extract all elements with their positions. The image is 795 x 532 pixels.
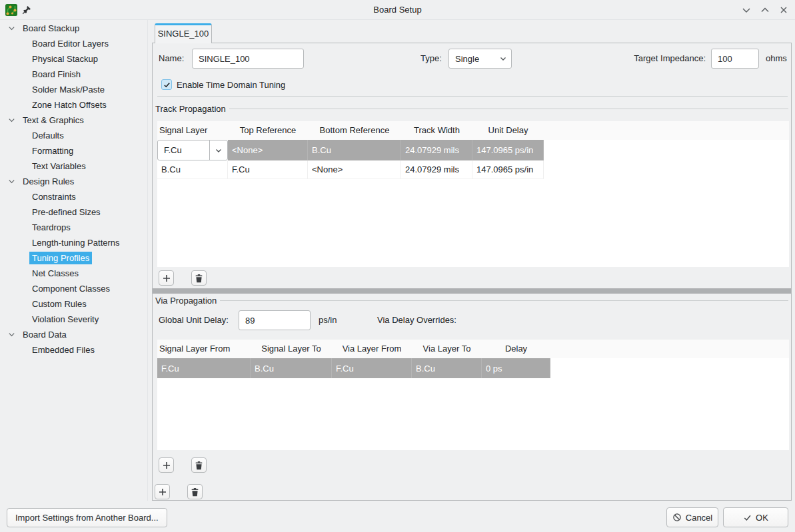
close-button[interactable] bbox=[778, 5, 789, 15]
tab-single-100[interactable]: SINGLE_100 bbox=[155, 23, 212, 43]
tree-item-pre-defined-sizes[interactable]: Pre-defined Sizes bbox=[0, 204, 147, 220]
signal-layer-dropdown[interactable]: F.Cu bbox=[157, 140, 228, 160]
profile-add-button[interactable] bbox=[155, 484, 170, 499]
table-cell[interactable]: 24.07929 mils bbox=[401, 140, 472, 160]
table-cell[interactable]: B.Cu bbox=[412, 358, 482, 378]
table-cell[interactable]: 0 ps bbox=[482, 358, 550, 378]
tree-item-custom-rules[interactable]: Custom Rules bbox=[0, 296, 147, 312]
tree-section-design-rules[interactable]: Design Rules bbox=[0, 174, 147, 189]
splitter-sash[interactable] bbox=[153, 288, 791, 294]
via-delay-overrides-label: Via Delay Overrides: bbox=[377, 310, 456, 330]
ok-checkmark-icon bbox=[743, 513, 752, 522]
name-input[interactable] bbox=[192, 49, 304, 69]
tree-section-board-stackup[interactable]: Board Stackup bbox=[0, 21, 147, 36]
plus-icon bbox=[162, 461, 171, 470]
ok-button[interactable]: OK bbox=[723, 507, 788, 527]
tree-item-solder-mask-paste[interactable]: Solder Mask/Paste bbox=[0, 82, 147, 97]
column-header: Signal Layer To bbox=[251, 340, 332, 358]
table-cell[interactable]: B.Cu bbox=[251, 358, 332, 378]
table-cell[interactable]: <None> bbox=[308, 160, 401, 179]
column-header: Unit Delay bbox=[472, 121, 544, 140]
table-cell[interactable]: F.Cu bbox=[332, 358, 412, 378]
tree-section-board-data[interactable]: Board Data bbox=[0, 327, 147, 342]
tree-item-component-classes[interactable]: Component Classes bbox=[0, 281, 147, 296]
chevron-down-icon bbox=[495, 55, 511, 63]
table-cell[interactable]: F.Cu bbox=[157, 358, 251, 378]
maximize-button[interactable] bbox=[760, 5, 770, 15]
chevron-down-icon[interactable] bbox=[7, 177, 16, 186]
via-delete-row-button[interactable] bbox=[191, 457, 207, 473]
tree-item-physical-stackup[interactable]: Physical Stackup bbox=[0, 51, 147, 67]
groupbox-line bbox=[229, 109, 788, 109]
global-unit-delay-input[interactable] bbox=[239, 310, 311, 330]
type-label: Type: bbox=[420, 49, 442, 69]
chevron-down-icon[interactable] bbox=[7, 24, 16, 33]
checkmark-icon bbox=[163, 81, 171, 89]
enable-time-domain-tuning-checkbox[interactable] bbox=[161, 79, 172, 90]
chevron-down-icon[interactable] bbox=[7, 330, 16, 340]
track-table-header: Signal Layer Top Reference Bottom Refere… bbox=[157, 121, 789, 140]
cancel-button[interactable]: Cancel bbox=[666, 507, 718, 527]
via-propagation-group: Via Propagation bbox=[155, 295, 788, 306]
column-header: Via Layer From bbox=[332, 340, 412, 358]
target-impedance-unit: ohms bbox=[766, 49, 787, 69]
profile-delete-button[interactable] bbox=[187, 484, 203, 499]
chevron-down-icon bbox=[209, 140, 227, 160]
column-header: Signal Layer bbox=[157, 121, 228, 140]
table-cell[interactable]: 24.07929 mils bbox=[401, 160, 472, 179]
plus-icon bbox=[158, 487, 167, 497]
import-settings-button[interactable]: Import Settings from Another Board... bbox=[7, 508, 167, 527]
tree-item-zone-hatch-offsets[interactable]: Zone Hatch Offsets bbox=[0, 97, 147, 113]
target-impedance-input[interactable] bbox=[711, 49, 759, 69]
name-label: Name: bbox=[159, 49, 184, 69]
column-header: Track Width bbox=[401, 121, 472, 140]
tree-section-text-graphics[interactable]: Text & Graphics bbox=[0, 113, 147, 128]
groupbox-line bbox=[220, 300, 788, 301]
minimize-button[interactable] bbox=[741, 5, 752, 15]
table-cell[interactable]: B.Cu bbox=[308, 140, 401, 160]
column-header: Signal Layer From bbox=[157, 340, 251, 358]
tree-item-text-variables[interactable]: Text Variables bbox=[0, 158, 147, 174]
track-delete-row-button[interactable] bbox=[191, 270, 207, 286]
type-dropdown-value: Single bbox=[449, 54, 495, 64]
chevron-down-icon[interactable] bbox=[7, 116, 16, 125]
tree-item-embedded-files[interactable]: Embedded Files bbox=[0, 342, 147, 358]
table-cell[interactable]: 147.0965 ps/in bbox=[472, 140, 544, 160]
table-cell[interactable]: <None> bbox=[228, 140, 308, 160]
tree-item-net-classes[interactable]: Net Classes bbox=[0, 266, 147, 281]
settings-tree: Board Stackup Board Editor Layers Physic… bbox=[0, 20, 148, 501]
tree-item-defaults[interactable]: Defaults bbox=[0, 128, 147, 143]
window-title: Board Setup bbox=[0, 0, 795, 20]
tree-item-teardrops[interactable]: Teardrops bbox=[0, 220, 147, 235]
column-header: Via Layer To bbox=[412, 340, 482, 358]
track-add-row-button[interactable] bbox=[159, 270, 174, 286]
via-add-row-button[interactable] bbox=[159, 457, 174, 473]
global-unit-delay-label: Global Unit Delay: bbox=[159, 310, 229, 330]
dialog-footer: Import Settings from Another Board... Ca… bbox=[0, 501, 795, 532]
table-cell[interactable]: F.Cu bbox=[228, 160, 308, 179]
separator bbox=[157, 96, 788, 97]
track-propagation-group: Track Propagation bbox=[155, 103, 788, 114]
via-delay-overrides-table: Signal Layer From Signal Layer To Via La… bbox=[157, 340, 789, 450]
tree-item-constraints[interactable]: Constraints bbox=[0, 189, 147, 204]
track-propagation-table: Signal Layer Top Reference Bottom Refere… bbox=[157, 121, 789, 267]
trash-icon bbox=[195, 274, 203, 283]
table-row: F.Cu <None> B.Cu 24.07929 mils 147.0965 … bbox=[157, 140, 789, 160]
tree-item-board-editor-layers[interactable]: Board Editor Layers bbox=[0, 36, 147, 51]
table-row: F.Cu B.Cu F.Cu B.Cu 0 ps bbox=[157, 358, 789, 378]
tree-item-tuning-profiles[interactable]: Tuning Profiles bbox=[0, 250, 147, 266]
tab-label: SINGLE_100 bbox=[158, 29, 209, 39]
cancel-icon bbox=[672, 513, 682, 522]
column-header: Bottom Reference bbox=[308, 121, 401, 140]
track-propagation-title: Track Propagation bbox=[155, 104, 226, 114]
tree-item-violation-severity[interactable]: Violation Severity bbox=[0, 312, 147, 327]
column-header: Delay bbox=[482, 340, 550, 358]
type-dropdown[interactable]: Single bbox=[448, 49, 512, 69]
trash-icon bbox=[195, 461, 203, 470]
table-cell[interactable]: B.Cu bbox=[157, 160, 228, 179]
tree-item-length-tuning-patterns[interactable]: Length-tuning Patterns bbox=[0, 235, 147, 250]
tree-item-formatting[interactable]: Formatting bbox=[0, 143, 147, 158]
global-unit-delay-unit: ps/in bbox=[319, 310, 337, 330]
tree-item-board-finish[interactable]: Board Finish bbox=[0, 67, 147, 82]
table-cell[interactable]: 147.0965 ps/in bbox=[472, 160, 544, 179]
